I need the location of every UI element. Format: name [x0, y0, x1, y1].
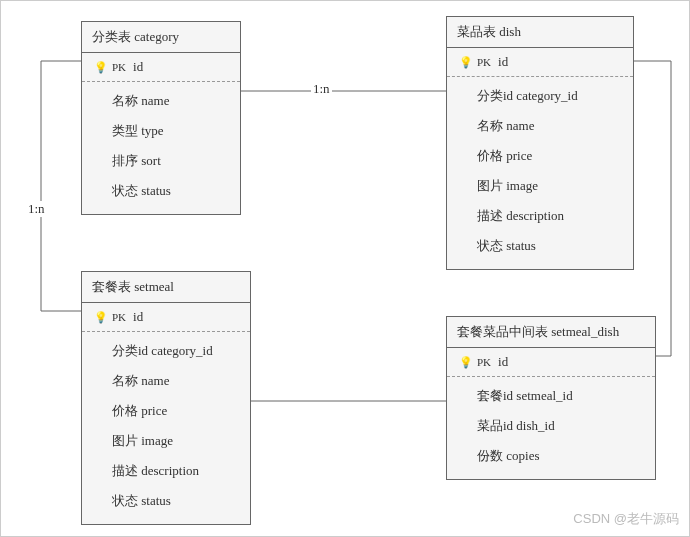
field-item: 价格 price — [447, 141, 633, 171]
field-item: 分类id category_id — [82, 336, 250, 366]
pk-field: id — [498, 354, 508, 370]
field-list: 套餐id setmeal_id 菜品id dish_id 份数 copies — [447, 377, 655, 479]
key-icon: 💡 — [459, 356, 473, 369]
field-item: 类型 type — [82, 116, 240, 146]
relation-label-category-setmeal: 1:n — [26, 201, 47, 217]
er-diagram-canvas: 1:n 1:n 分类表 category 💡 PK id 名称 name 类型 … — [0, 0, 690, 537]
key-icon: 💡 — [94, 311, 108, 324]
field-item: 图片 image — [447, 171, 633, 201]
field-item: 名称 name — [82, 366, 250, 396]
field-list: 分类id category_id 名称 name 价格 price 图片 ima… — [82, 332, 250, 524]
pk-field: id — [498, 54, 508, 70]
relation-label-category-dish: 1:n — [311, 81, 332, 97]
field-list: 分类id category_id 名称 name 价格 price 图片 ima… — [447, 77, 633, 269]
pk-label: PK — [112, 311, 126, 323]
watermark-text: CSDN @老牛源码 — [573, 510, 679, 528]
key-icon: 💡 — [94, 61, 108, 74]
field-item: 份数 copies — [447, 441, 655, 471]
field-item: 状态 status — [82, 176, 240, 206]
pk-field: id — [133, 309, 143, 325]
field-item: 状态 status — [82, 486, 250, 516]
pk-row: 💡 PK id — [447, 348, 655, 377]
entity-title: 菜品表 dish — [447, 17, 633, 48]
entity-dish: 菜品表 dish 💡 PK id 分类id category_id 名称 nam… — [446, 16, 634, 270]
entity-title: 套餐菜品中间表 setmeal_dish — [447, 317, 655, 348]
field-item: 描述 description — [447, 201, 633, 231]
key-icon: 💡 — [459, 56, 473, 69]
field-item: 排序 sort — [82, 146, 240, 176]
field-item: 套餐id setmeal_id — [447, 381, 655, 411]
field-item: 菜品id dish_id — [447, 411, 655, 441]
field-item: 名称 name — [447, 111, 633, 141]
entity-title: 套餐表 setmeal — [82, 272, 250, 303]
pk-row: 💡 PK id — [447, 48, 633, 77]
field-item: 分类id category_id — [447, 81, 633, 111]
field-item: 状态 status — [447, 231, 633, 261]
entity-title: 分类表 category — [82, 22, 240, 53]
pk-label: PK — [477, 56, 491, 68]
entity-setmeal: 套餐表 setmeal 💡 PK id 分类id category_id 名称 … — [81, 271, 251, 525]
field-item: 价格 price — [82, 396, 250, 426]
pk-field: id — [133, 59, 143, 75]
pk-row: 💡 PK id — [82, 53, 240, 82]
field-item: 名称 name — [82, 86, 240, 116]
pk-label: PK — [112, 61, 126, 73]
entity-setmeal-dish: 套餐菜品中间表 setmeal_dish 💡 PK id 套餐id setmea… — [446, 316, 656, 480]
field-item: 描述 description — [82, 456, 250, 486]
pk-label: PK — [477, 356, 491, 368]
field-item: 图片 image — [82, 426, 250, 456]
pk-row: 💡 PK id — [82, 303, 250, 332]
entity-category: 分类表 category 💡 PK id 名称 name 类型 type 排序 … — [81, 21, 241, 215]
field-list: 名称 name 类型 type 排序 sort 状态 status — [82, 82, 240, 214]
